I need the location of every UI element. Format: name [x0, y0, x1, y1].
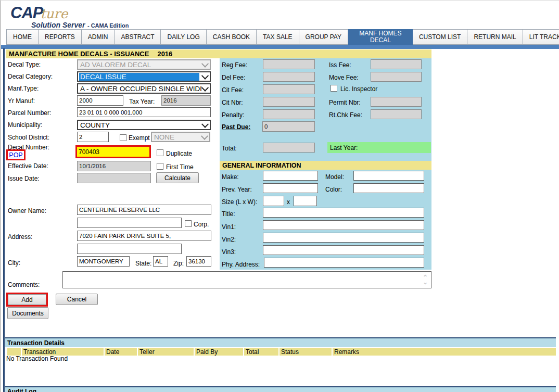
- reg-fee-label: Reg Fee:: [222, 61, 247, 69]
- city-input[interactable]: [77, 256, 130, 267]
- transaction-col-paid-by: Paid By: [195, 348, 243, 356]
- size-length-input[interactable]: [263, 196, 284, 206]
- pop-link[interactable]: POP: [9, 151, 22, 159]
- vin2-input[interactable]: [263, 233, 424, 243]
- add-button[interactable]: Add: [8, 294, 46, 305]
- comments-label: Comments:: [8, 281, 40, 288]
- tab-lit-tracking[interactable]: LIT TRACKING: [523, 29, 559, 45]
- tab-daily-log[interactable]: DAILY LOG: [161, 29, 206, 45]
- tab-admin[interactable]: ADMIN: [82, 29, 115, 45]
- tab-return-mail[interactable]: RETURN MAIL: [467, 29, 523, 45]
- effective-date-input: [77, 161, 151, 171]
- no-transaction-message: No Transaction Found: [6, 355, 68, 362]
- last-year-label: Last Year:: [330, 144, 358, 151]
- yr-manuf-input[interactable]: [77, 95, 123, 106]
- tax-year-label: Tax Year:: [129, 98, 155, 105]
- chevron-down-icon: [201, 85, 209, 92]
- state-input[interactable]: [153, 256, 168, 267]
- size-separator: x: [287, 198, 290, 206]
- tab-abstract[interactable]: ABSTRACT: [115, 29, 161, 45]
- vin3-input[interactable]: [263, 245, 424, 255]
- corp-label: Corp.: [194, 221, 209, 228]
- color-label: Color:: [325, 186, 342, 193]
- owner-name-input[interactable]: [77, 205, 211, 215]
- duplicate-checkbox[interactable]: [157, 149, 163, 156]
- prev-year-label: Prev. Year:: [222, 186, 252, 193]
- address2-input[interactable]: [77, 244, 182, 254]
- title-input[interactable]: [263, 208, 424, 218]
- first-time-label: First Time: [166, 163, 194, 171]
- vin2-label: Vin2:: [222, 236, 236, 243]
- decal-category-value: DECAL ISSUE: [79, 73, 199, 81]
- main-nav: HOME REPORTS ADMIN ABSTRACT DAILY LOG CA…: [6, 29, 559, 45]
- penalty-label: Penalty:: [222, 111, 244, 119]
- tab-home[interactable]: HOME: [6, 29, 39, 45]
- exempt-checkbox[interactable]: [120, 134, 126, 141]
- municipality-select[interactable]: COUNTY: [77, 120, 211, 130]
- yr-manuf-label: Yr Manuf:: [8, 97, 35, 105]
- model-input[interactable]: [353, 171, 424, 181]
- cancel-button[interactable]: Cancel: [56, 294, 98, 305]
- owner-name2-input[interactable]: [77, 218, 182, 228]
- general-information-header: GENERAL INFORMATION: [220, 161, 431, 170]
- transaction-details-title: Transaction Details: [7, 339, 65, 347]
- prev-year-input[interactable]: [263, 183, 318, 193]
- school-district-input[interactable]: [77, 132, 109, 142]
- comments-textarea[interactable]: [62, 271, 431, 288]
- chevron-down-icon: [201, 134, 208, 140]
- decal-type-select: AD VALOREM DECAL: [77, 59, 211, 70]
- logo-ture-text: ture: [40, 6, 68, 21]
- transaction-details-header: Transaction Details: [5, 338, 556, 347]
- transaction-col-remarks: Remarks: [333, 348, 556, 356]
- tab-tax-sale[interactable]: TAX SALE: [257, 29, 299, 45]
- zip-label: Zip:: [173, 260, 184, 267]
- first-time-checkbox[interactable]: [157, 163, 163, 170]
- tab-custom-list[interactable]: CUSTOM LIST: [413, 29, 467, 45]
- cit-fee-input: [263, 84, 315, 94]
- lic-inspector-checkbox[interactable]: [331, 85, 337, 92]
- tab-manf-homes-decal[interactable]: MANF HOMES DECAL: [348, 29, 413, 45]
- page-title-year: 2016: [157, 50, 172, 58]
- decal-category-select[interactable]: DECAL ISSUE: [77, 71, 211, 82]
- tab-reports[interactable]: REPORTS: [39, 29, 82, 45]
- manf-type-select[interactable]: A - OWNER OCCUPIED SINGLE WIDE: [77, 83, 211, 94]
- corp-checkbox[interactable]: [185, 220, 192, 227]
- phy-address-input[interactable]: [264, 258, 424, 268]
- vin1-input[interactable]: [263, 220, 424, 230]
- transaction-col-status: Status: [280, 348, 332, 356]
- calculate-button[interactable]: Calculate: [156, 172, 199, 183]
- school-district-label: School District:: [8, 134, 49, 141]
- address-input[interactable]: [77, 231, 211, 241]
- tab-cash-book[interactable]: CASH BOOK: [207, 29, 257, 45]
- textarea-scroll-icon[interactable]: ⌃⌄: [421, 272, 430, 287]
- color-input[interactable]: [353, 183, 424, 193]
- phy-address-label: Phy. Address:: [222, 261, 260, 268]
- zip-input[interactable]: [186, 256, 211, 267]
- transaction-col-total: Total: [244, 348, 278, 356]
- exempt-type-value: NONE: [153, 133, 201, 141]
- tab-group-pay[interactable]: GROUP PAY: [299, 29, 348, 45]
- manf-type-label: Manf.Type:: [8, 85, 39, 92]
- make-input[interactable]: [263, 171, 318, 181]
- last-year-strip: Last Year:: [327, 142, 431, 153]
- reg-fee-input: [263, 59, 315, 69]
- decal-number-input[interactable]: [75, 145, 151, 158]
- address-label: Address:: [8, 233, 32, 241]
- size-width-input[interactable]: [294, 196, 317, 206]
- documents-button[interactable]: Documents: [7, 307, 48, 319]
- manf-homes-decal-page: CAPture Solution Server - CAMA Edition H…: [0, 0, 559, 392]
- size-label: Size (L x W):: [222, 198, 257, 206]
- vin3-label: Vin3:: [222, 248, 236, 256]
- transaction-col-transaction: Transaction: [22, 348, 104, 356]
- vin1-label: Vin1:: [222, 223, 236, 231]
- model-label: Model:: [325, 173, 344, 181]
- transaction-col-selector: [7, 348, 21, 356]
- move-fee-label: Move Fee:: [329, 74, 359, 81]
- parcel-number-input[interactable]: [77, 107, 211, 117]
- page-title-text: MANFACTURE HOME DECALS - ISSUANCE: [9, 50, 149, 58]
- iss-fee-label: Iss Fee:: [329, 61, 351, 69]
- decal-category-label: Decal Category:: [8, 73, 53, 80]
- logo-edition: - CAMA Edition: [87, 22, 129, 29]
- title-field-label: Title:: [222, 210, 235, 218]
- content-left-border: [3, 48, 5, 392]
